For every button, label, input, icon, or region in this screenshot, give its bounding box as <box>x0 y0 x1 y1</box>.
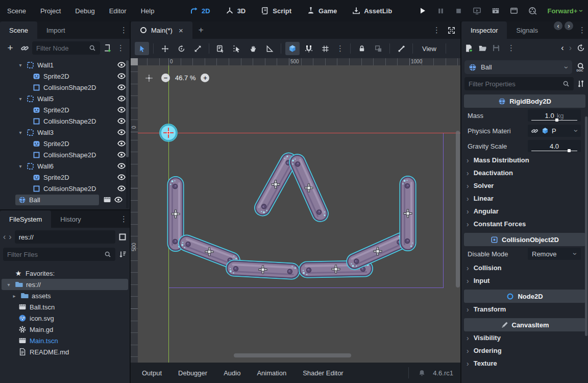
canvas-vertical-scrollbar[interactable] <box>456 131 460 288</box>
group-transform[interactable]: ›Transform <box>461 303 588 316</box>
visibility-eye-icon[interactable] <box>117 94 126 103</box>
visibility-eye-icon[interactable] <box>117 162 126 170</box>
grid-snap-button[interactable] <box>302 42 316 55</box>
gravity-scale-field[interactable]: 4.0 <box>528 140 581 152</box>
select-tool-button[interactable] <box>135 42 149 55</box>
collapse-icon[interactable]: ▾ <box>17 130 23 135</box>
collapse-icon[interactable]: ▾ <box>17 62 23 68</box>
move-tool-button[interactable] <box>158 42 172 55</box>
group-ordering[interactable]: ›Ordering <box>461 344 588 357</box>
pan-tool-button[interactable] <box>246 42 260 55</box>
filter-files-input[interactable]: Filter Files <box>3 248 115 261</box>
category-node2d[interactable]: Node2D <box>464 290 585 303</box>
scene-tree-menu-icon[interactable]: ⋮ <box>115 43 127 53</box>
collapse-icon[interactable]: ▾ <box>17 163 23 169</box>
instance-scene-button[interactable] <box>20 44 29 53</box>
filter-node-input[interactable]: Filter Node <box>32 41 100 55</box>
filesystem-menu-icon[interactable]: ⋮ <box>118 210 130 228</box>
inspected-node-selector[interactable]: Ball › <box>464 60 572 74</box>
collapse-icon[interactable]: ▾ <box>17 96 23 102</box>
history-forward-button[interactable]: › <box>569 43 572 53</box>
visibility-eye-icon[interactable] <box>117 106 126 114</box>
new-scene-tab-button[interactable]: + <box>192 21 210 39</box>
close-icon[interactable]: × <box>179 26 183 35</box>
view-menu-button[interactable]: View <box>417 45 442 53</box>
tab-history[interactable]: History <box>51 210 90 228</box>
group-constant-forces[interactable]: ›Constant Forces <box>461 218 588 230</box>
grid-toggle-button[interactable] <box>318 42 332 55</box>
open-scene-icon[interactable] <box>103 196 111 204</box>
group-input[interactable]: ›Input <box>461 274 588 287</box>
fs-item-favorites[interactable]: ★Favorites: <box>0 268 130 279</box>
tree-item-sprite[interactable]: Sprite2D <box>0 138 130 149</box>
tree-item-wall6[interactable]: ▾Wall6 <box>0 160 130 172</box>
mass-value-field[interactable]: 1.0 kg <box>528 109 581 122</box>
mode-3d[interactable]: 3D <box>226 7 246 15</box>
inspector-tabs-menu-icon[interactable]: ⋮ <box>576 21 588 39</box>
notification-bell-icon[interactable] <box>418 369 426 377</box>
filter-properties-input[interactable]: Filter Properties <box>464 77 574 90</box>
visibility-eye-icon[interactable] <box>117 184 126 193</box>
fs-item-ball-tscn[interactable]: Ball.tscn <box>0 301 130 313</box>
inspector-scrollbar[interactable] <box>585 116 587 336</box>
zoom-level[interactable]: 46.7 % <box>175 74 195 82</box>
nav-forward-button[interactable]: › <box>9 232 11 242</box>
menu-help[interactable]: Help <box>134 0 162 21</box>
bottom-tab-debugger[interactable]: Debugger <box>172 369 213 377</box>
load-resource-button[interactable] <box>478 44 487 53</box>
menu-editor[interactable]: Editor <box>102 0 134 21</box>
fs-item-main-gd[interactable]: Main.gd <box>0 324 130 335</box>
play-button[interactable] <box>419 7 427 15</box>
pivot-tool-button[interactable] <box>230 42 244 55</box>
sort-files-button[interactable] <box>118 250 127 258</box>
save-resource-button[interactable] <box>492 44 500 52</box>
tree-item-collisionshape[interactable]: CollisionShape2D <box>0 183 130 194</box>
snap-options-menu-icon[interactable]: ⋮ <box>334 44 346 53</box>
history-icon[interactable] <box>577 44 585 52</box>
tab-import[interactable]: Import <box>37 21 75 39</box>
tree-item-wall3[interactable]: ▾Wall3 <box>0 127 130 138</box>
resource-menu-icon[interactable]: ⋮ <box>505 43 517 53</box>
canvas-horizontal-scrollbar[interactable] <box>234 353 351 357</box>
tab-scene[interactable]: Scene <box>0 21 37 39</box>
group-mass-distribution[interactable]: ›Mass Distribution <box>461 154 588 166</box>
movie-mode-button[interactable] <box>510 7 518 15</box>
mode-game[interactable]: Game <box>307 7 337 15</box>
next-object-button[interactable]: › <box>565 21 573 30</box>
remote-debug-icon[interactable] <box>473 7 481 15</box>
physics-material-field[interactable]: P › <box>528 125 581 137</box>
visibility-eye-icon[interactable] <box>117 151 126 159</box>
nav-back-button[interactable]: ‹ <box>3 232 6 242</box>
tree-item-sprite[interactable]: Sprite2D <box>0 172 130 183</box>
scene-tree-scrollbar[interactable] <box>126 60 129 208</box>
scene-dock-menu-icon[interactable]: ⋮ <box>118 21 130 39</box>
tree-item-wall1[interactable]: ▾Wall1 <box>0 59 130 70</box>
bottom-tab-output[interactable]: Output <box>136 369 168 377</box>
bottom-tab-audio[interactable]: Audio <box>217 369 247 377</box>
split-view-button[interactable] <box>118 233 127 241</box>
group-linear[interactable]: ›Linear <box>461 192 588 205</box>
expand-icon[interactable]: ▸ <box>11 293 17 299</box>
group-visibility[interactable]: ›Visibility <box>461 331 588 344</box>
history-back-button[interactable]: ‹ <box>561 43 564 53</box>
2d-viewport-canvas[interactable]: − 46.7 % + <box>138 65 460 363</box>
smart-snap-button[interactable] <box>285 42 300 55</box>
mode-script[interactable]: Script <box>261 7 291 15</box>
rotate-tool-button[interactable] <box>174 42 188 55</box>
stop-button[interactable] <box>455 7 462 15</box>
tree-item-collisionshape[interactable]: CollisionShape2D <box>0 115 130 127</box>
visibility-eye-icon[interactable] <box>114 196 122 204</box>
visibility-eye-icon[interactable] <box>117 61 126 69</box>
group-selected-button[interactable] <box>371 42 385 55</box>
group-texture[interactable]: ›Texture <box>461 357 588 370</box>
tree-item-collisionshape[interactable]: CollisionShape2D <box>0 82 130 93</box>
new-resource-button[interactable] <box>464 44 473 53</box>
scene-tab-main[interactable]: Main(*) × <box>131 21 192 39</box>
fs-item-assets[interactable]: ▸assets <box>0 290 130 301</box>
tree-item-sprite[interactable]: Sprite2D <box>0 70 130 82</box>
group-collision[interactable]: ›Collision <box>461 261 588 274</box>
visibility-eye-icon[interactable] <box>117 72 126 80</box>
bottom-tab-shader-editor[interactable]: Shader Editor <box>297 369 350 377</box>
slider-thumb[interactable] <box>568 149 571 152</box>
menu-project[interactable]: Project <box>33 0 68 21</box>
